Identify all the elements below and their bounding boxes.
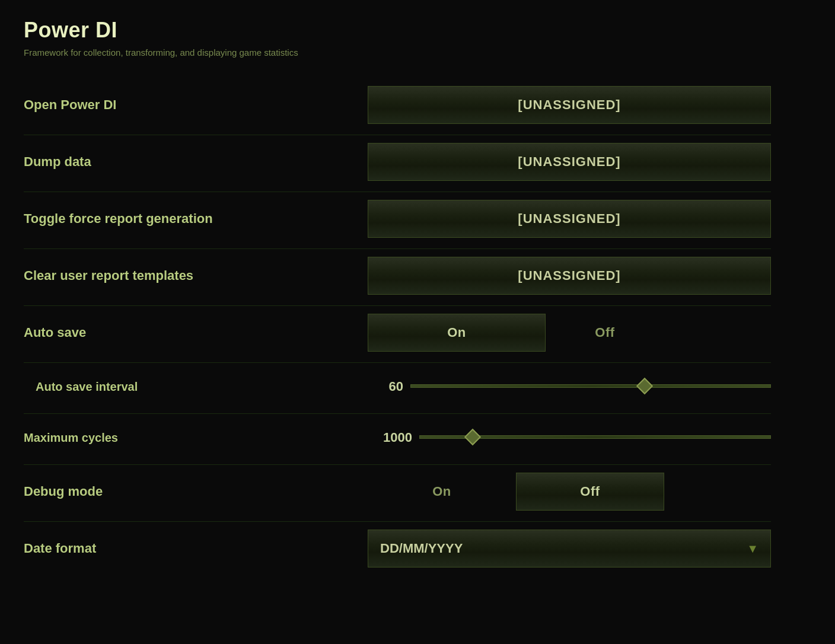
date-format-dropdown[interactable]: DD/MM/YYYY ▼ [368,530,771,568]
debug-mode-off-button[interactable]: Off [516,473,664,511]
auto-save-control: On Off [368,314,771,352]
dump-data-row: Dump data [UNASSIGNED] [24,138,771,186]
auto-save-on-button[interactable]: On [368,314,546,352]
auto-save-interval-row: Auto save interval 60 [24,366,771,407]
debug-mode-control: On Off [368,473,771,511]
open-power-di-row: Open Power DI [UNASSIGNED] [24,81,771,129]
toggle-force-report-label: Toggle force report generation [24,211,368,227]
dump-data-button[interactable]: [UNASSIGNED] [368,143,771,181]
clear-user-report-label: Clear user report templates [24,268,368,283]
auto-save-interval-control: 60 [368,379,771,394]
auto-save-interval-track-bg [410,384,771,388]
auto-save-off-button[interactable]: Off [546,314,664,351]
date-format-row: Date format DD/MM/YYYY ▼ [24,525,771,572]
debug-mode-label: Debug mode [24,484,368,499]
date-format-value: DD/MM/YYYY [380,541,463,556]
auto-save-toggle-group: On Off [368,314,664,352]
open-power-di-button[interactable]: [UNASSIGNED] [368,86,771,124]
auto-save-interval-label: Auto save interval [24,380,368,394]
page-subtitle: Framework for collection, transforming, … [24,47,771,58]
clear-user-report-row: Clear user report templates [UNASSIGNED] [24,252,771,299]
auto-save-interval-track[interactable] [410,384,771,389]
maximum-cycles-track-bg [419,435,771,439]
debug-mode-toggle-group: On Off [368,473,664,511]
toggle-force-report-control: [UNASSIGNED] [368,200,771,238]
auto-save-row: Auto save On Off [24,309,771,356]
auto-save-interval-value: 60 [368,379,403,394]
dump-data-label: Dump data [24,154,368,170]
maximum-cycles-track[interactable] [419,435,771,440]
dump-data-control: [UNASSIGNED] [368,143,771,181]
chevron-down-icon: ▼ [747,542,758,556]
maximum-cycles-row: Maximum cycles 1000 [24,417,771,458]
open-power-di-control: [UNASSIGNED] [368,86,771,124]
auto-save-label: Auto save [24,325,368,340]
debug-mode-on-button[interactable]: On [368,473,516,510]
open-power-di-label: Open Power DI [24,97,368,113]
maximum-cycles-label: Maximum cycles [24,431,368,445]
maximum-cycles-control: 1000 [368,430,771,445]
clear-user-report-control: [UNASSIGNED] [368,257,771,295]
maximum-cycles-thumb[interactable] [464,429,480,445]
page-title: Power DI [24,18,771,43]
clear-user-report-button[interactable]: [UNASSIGNED] [368,257,771,295]
toggle-force-report-button[interactable]: [UNASSIGNED] [368,200,771,238]
auto-save-interval-thumb[interactable] [636,378,653,394]
debug-mode-row: Debug mode On Off [24,468,771,515]
toggle-force-report-row: Toggle force report generation [UNASSIGN… [24,195,771,243]
date-format-label: Date format [24,541,368,556]
maximum-cycles-value: 1000 [368,430,412,445]
date-format-control: DD/MM/YYYY ▼ [368,530,771,568]
